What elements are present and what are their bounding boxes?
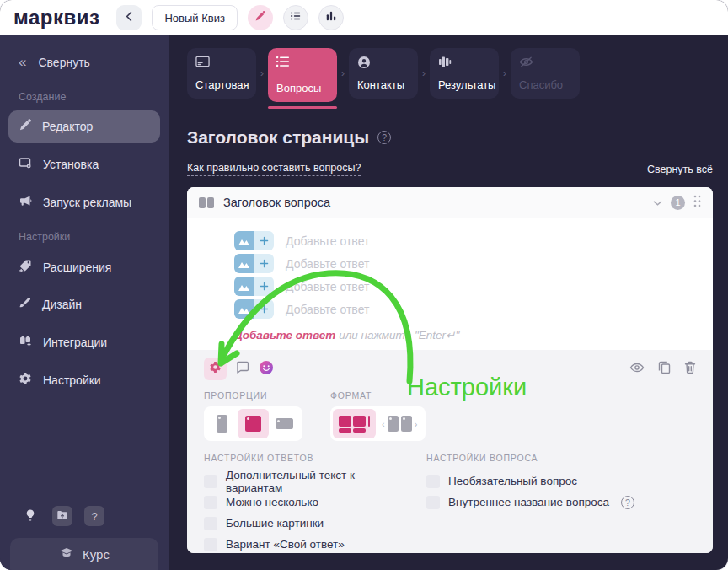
option-label: Можно несколько xyxy=(226,496,318,508)
checkbox-optional-question[interactable] xyxy=(426,475,440,488)
question-settings-button[interactable] xyxy=(204,358,227,380)
help-circle-icon[interactable]: ? xyxy=(377,131,391,144)
quiz-list-button[interactable] xyxy=(283,5,308,30)
chevron-left-icon: ‹ xyxy=(382,419,385,429)
image-icon xyxy=(234,231,254,250)
landscape-shape-icon xyxy=(276,418,293,429)
tab-label: Контакты xyxy=(357,78,410,91)
delete-button[interactable] xyxy=(684,361,696,378)
sidebar-item-integrations[interactable]: Интеграции xyxy=(8,325,160,358)
answer-image-buttons[interactable] xyxy=(234,254,274,273)
question-card: Заголовок вопроса 1 xyxy=(187,187,713,553)
question-settings-label: НАСТРОЙКИ ВОПРОСА xyxy=(426,453,634,463)
checkbox-big-images[interactable] xyxy=(204,517,217,530)
help-row: Как правильно составить вопросы? Свернут… xyxy=(187,162,713,176)
answer-image-buttons[interactable] xyxy=(234,231,274,250)
tab-thanks[interactable]: Спасибо xyxy=(511,48,580,99)
format-carousel-option[interactable]: ‹ › xyxy=(376,409,423,438)
active-tab-underline xyxy=(268,106,337,109)
format-grid-option[interactable] xyxy=(333,409,376,438)
main-area: Стартовая › Вопросы › Контакты › xyxy=(169,35,728,570)
quiz-name-field[interactable]: Новый Квиз xyxy=(152,5,237,30)
answer-image-buttons[interactable] xyxy=(234,277,274,296)
course-button[interactable]: Курс xyxy=(10,538,158,570)
answer-row: Добавьте ответ xyxy=(234,298,696,320)
tab-start-page[interactable]: Стартовая xyxy=(187,48,256,99)
sidebar-item-label: Дизайн xyxy=(42,298,82,311)
square-shape-icon xyxy=(245,416,261,432)
sidebar-collapse-button[interactable]: « Свернуть xyxy=(0,46,169,81)
sidebar-item-ads[interactable]: Запуск рекламы xyxy=(8,186,160,218)
tools-row xyxy=(204,358,696,380)
proportion-landscape-option[interactable] xyxy=(269,409,300,438)
sidebar-item-extensions[interactable]: Расширения xyxy=(8,250,160,283)
chevron-right-icon: › xyxy=(499,48,511,99)
steps-row: Стартовая › Вопросы › Контакты › xyxy=(187,48,713,102)
tab-contacts[interactable]: Контакты xyxy=(349,48,418,99)
how-to-write-questions-link[interactable]: Как правильно составить вопросы? xyxy=(187,162,361,176)
checkbox-extra-text[interactable] xyxy=(204,475,217,488)
eye-off-icon xyxy=(519,56,571,71)
tab-results[interactable]: Результаты xyxy=(430,48,499,99)
sidebar-item-install[interactable]: Установка xyxy=(8,148,160,180)
card-header-actions: 1 xyxy=(653,195,701,211)
sidebar-item-design[interactable]: Дизайн xyxy=(8,288,160,320)
chevron-down-icon[interactable] xyxy=(653,195,662,210)
answer-input[interactable]: Добавьте ответ xyxy=(286,257,369,271)
answer-image-buttons[interactable] xyxy=(234,299,274,319)
comment-button[interactable] xyxy=(236,361,249,377)
proportion-portrait-option[interactable] xyxy=(206,409,238,438)
app-body: « Свернуть Создание Редактор Установка xyxy=(0,35,728,570)
collapse-all-link[interactable]: Свернуть всё xyxy=(647,164,713,175)
duplicate-button[interactable] xyxy=(658,361,671,378)
pencil-icon xyxy=(254,10,265,25)
plus-icon xyxy=(254,299,274,319)
analytics-button[interactable] xyxy=(318,5,344,30)
back-button[interactable] xyxy=(116,5,142,30)
chevron-right-icon: › xyxy=(415,419,418,429)
checkbox-own-answer[interactable] xyxy=(204,538,217,551)
ideas-button[interactable] xyxy=(20,506,40,526)
help-button[interactable]: ? xyxy=(84,506,104,526)
folder-up-icon xyxy=(56,509,68,524)
answer-input[interactable]: Добавьте ответ xyxy=(286,303,369,316)
sidebar-item-settings[interactable]: Настройки xyxy=(8,363,160,396)
sidebar-section-creation: Создание xyxy=(0,81,169,108)
speech-bubble-icon xyxy=(236,361,249,377)
lightbulb-icon xyxy=(24,508,37,524)
answer-settings-label: НАСТРОЙКИ ОТВЕТОВ xyxy=(204,453,411,463)
archive-button[interactable] xyxy=(52,506,72,526)
help-circle-icon[interactable]: ? xyxy=(621,496,634,509)
tools-left xyxy=(204,358,274,380)
tab-questions[interactable]: Вопросы xyxy=(268,48,337,102)
answer-input[interactable]: Добавьте ответ xyxy=(286,234,369,248)
sidebar-item-editor[interactable]: Редактор xyxy=(8,110,160,142)
page-title: Заголовок страницы xyxy=(187,127,369,148)
app-window: марквиз Новый Квиз « Св xyxy=(0,0,728,570)
sidebar: « Свернуть Создание Редактор Установка xyxy=(0,35,169,570)
sidebar-section-settings: Настройки xyxy=(0,221,169,248)
sidebar-item-label: Настройки xyxy=(43,374,101,387)
rename-quiz-button[interactable] xyxy=(248,5,273,30)
drag-handle-icon[interactable] xyxy=(693,195,701,211)
arrow-left-icon xyxy=(123,10,136,26)
answer-input[interactable]: Добавьте ответ xyxy=(286,280,369,293)
graduation-cap-icon xyxy=(59,546,74,563)
checkbox-multiple[interactable] xyxy=(204,496,217,509)
add-answer-link[interactable]: Добавьте ответ xyxy=(234,329,335,341)
sidebar-spacer xyxy=(0,399,169,506)
start-page-icon xyxy=(195,56,248,71)
megaphone-icon xyxy=(19,194,32,210)
settings-row: НАСТРОЙКИ ОТВЕТОВ Дополнительный текст к… xyxy=(204,453,696,553)
question-title[interactable]: Заголовок вопроса xyxy=(223,196,644,209)
preview-button[interactable] xyxy=(629,362,645,377)
tools-right xyxy=(629,361,696,378)
marquiz-logo: марквиз xyxy=(13,6,99,30)
question-settings-panel: ПРОПОРЦИИ ФОРМАТ xyxy=(187,350,713,553)
emoji-button[interactable] xyxy=(259,360,274,379)
option-label: Вариант «Свой ответ» xyxy=(226,538,345,551)
option-row: Можно несколько xyxy=(204,492,411,513)
checkbox-internal-name[interactable] xyxy=(426,496,440,509)
proportion-square-option[interactable] xyxy=(238,409,269,438)
eye-icon xyxy=(629,362,645,377)
